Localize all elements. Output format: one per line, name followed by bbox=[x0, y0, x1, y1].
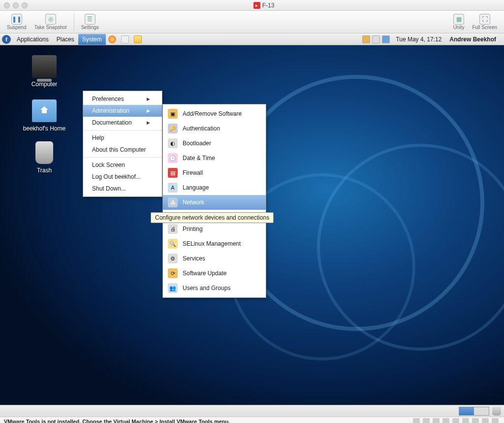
snapshot-button[interactable]: ◎ Take Snapshot bbox=[30, 13, 70, 31]
update-tray-icon[interactable] bbox=[362, 35, 370, 43]
menu-services[interactable]: ⚙Services bbox=[163, 251, 266, 266]
menu-printing[interactable]: 🖨Printing bbox=[163, 222, 266, 236]
zoom-button[interactable] bbox=[22, 2, 28, 8]
desktop-icon-label: beekhof's Home bbox=[20, 125, 69, 132]
menu-label: Users and Groups bbox=[183, 285, 230, 292]
desktop-icon-home[interactable]: beekhof's Home bbox=[20, 99, 69, 132]
menu-network[interactable]: 🖧Network bbox=[163, 195, 266, 210]
menu-help[interactable]: Help bbox=[83, 132, 162, 144]
clock-icon: 🕒 bbox=[168, 153, 178, 163]
system-menu[interactable]: System bbox=[78, 34, 106, 45]
menu-language[interactable]: ALanguage bbox=[163, 180, 266, 195]
workspace-pager[interactable] bbox=[459, 407, 489, 416]
users-icon: 👥 bbox=[168, 283, 178, 293]
fedora-logo-icon: f bbox=[2, 35, 11, 44]
places-menu[interactable]: Places bbox=[53, 34, 78, 45]
menu-logout[interactable]: Log Out beekhof... bbox=[83, 171, 162, 183]
menu-lock[interactable]: Lock Screen bbox=[83, 159, 162, 171]
evolution-launcher[interactable] bbox=[120, 34, 130, 44]
workspace-2[interactable] bbox=[474, 407, 489, 415]
user-menu[interactable]: Andrew Beekhof bbox=[446, 36, 499, 43]
menu-label: Shut Down... bbox=[92, 185, 126, 192]
home-folder-icon bbox=[32, 99, 57, 122]
status-mic-icon[interactable] bbox=[413, 418, 420, 423]
network-tray-icon[interactable] bbox=[382, 35, 390, 43]
notes-launcher[interactable] bbox=[133, 34, 143, 44]
menu-documentation[interactable]: Documentation bbox=[83, 117, 162, 129]
status-usb2-icon[interactable] bbox=[433, 418, 440, 423]
menu-label: Printing bbox=[183, 226, 203, 232]
printer-icon: 🖨 bbox=[168, 224, 178, 234]
menu-label: Software Update bbox=[183, 270, 226, 277]
menu-label: Administration bbox=[92, 107, 129, 114]
network-icon: 🖧 bbox=[168, 197, 178, 207]
workspace-1[interactable] bbox=[459, 407, 474, 415]
suspend-button[interactable]: ❚❚ Suspend bbox=[3, 13, 30, 31]
vmware-status-bar: VMware Tools is not installed. Choose th… bbox=[0, 417, 504, 423]
menu-label: Log Out beekhof... bbox=[92, 173, 141, 180]
trash-icon bbox=[35, 141, 53, 164]
status-display-icon[interactable] bbox=[492, 418, 499, 423]
menu-label: Authentication bbox=[183, 125, 220, 132]
menu-label: Network bbox=[183, 199, 204, 206]
menu-selinux[interactable]: 🔍SELinux Management bbox=[163, 236, 266, 251]
unity-button[interactable]: ▦ Unity bbox=[449, 13, 469, 31]
gnome-top-panel: f Applications Places System Tue May 4, … bbox=[0, 33, 504, 45]
mac-titlebar: ▸ F-13 bbox=[0, 0, 504, 11]
fullscreen-button[interactable]: ⛶ Full Screen bbox=[468, 13, 501, 31]
gnome-bottom-panel bbox=[0, 405, 504, 417]
separator bbox=[74, 13, 74, 31]
fullscreen-icon: ⛶ bbox=[479, 14, 490, 25]
menu-software-update[interactable]: ⟳Software Update bbox=[163, 266, 266, 281]
firefox-icon bbox=[108, 35, 116, 43]
menu-label: Language bbox=[183, 184, 209, 191]
menu-users-groups[interactable]: 👥Users and Groups bbox=[163, 281, 266, 295]
menu-label: Documentation bbox=[92, 119, 132, 126]
status-cd-icon[interactable] bbox=[452, 418, 459, 423]
menu-authentication[interactable]: 🔑Authentication bbox=[163, 121, 266, 136]
firewall-icon: ▤ bbox=[168, 168, 178, 178]
menu-preferences[interactable]: Preferences bbox=[83, 93, 162, 105]
applications-menu[interactable]: Applications bbox=[13, 34, 53, 45]
system-dropdown: Preferences Administration Documentation… bbox=[83, 91, 162, 197]
notes-icon bbox=[134, 35, 142, 43]
status-network-icon[interactable] bbox=[472, 418, 479, 423]
unity-label: Unity bbox=[453, 25, 465, 30]
menu-shutdown[interactable]: Shut Down... bbox=[83, 183, 162, 195]
status-bluetooth-icon[interactable] bbox=[442, 418, 449, 423]
firefox-launcher[interactable] bbox=[107, 34, 117, 44]
suspend-label: Suspend bbox=[7, 25, 26, 30]
status-usb-icon[interactable] bbox=[423, 418, 430, 423]
menu-label: SELinux Management bbox=[183, 240, 241, 247]
menu-label: Bootloader bbox=[183, 140, 211, 147]
update-icon: ⟳ bbox=[168, 268, 178, 278]
fullscreen-label: Full Screen bbox=[472, 25, 497, 30]
menu-about[interactable]: About this Computer bbox=[83, 144, 162, 156]
menu-addremove-software[interactable]: ▣Add/Remove Software bbox=[163, 106, 266, 121]
menu-label: Services bbox=[183, 255, 205, 262]
volume-tray-icon[interactable] bbox=[372, 35, 380, 43]
menu-firewall[interactable]: ▤Firewall bbox=[163, 165, 266, 180]
minimize-button[interactable] bbox=[13, 2, 19, 8]
mail-icon bbox=[121, 35, 129, 43]
menu-administration[interactable]: Administration bbox=[83, 105, 162, 117]
fedora-menu[interactable]: f bbox=[1, 34, 11, 44]
window-controls bbox=[4, 2, 28, 8]
disk-icon: ◐ bbox=[168, 138, 178, 148]
status-sound-icon[interactable] bbox=[482, 418, 489, 423]
close-button[interactable] bbox=[4, 2, 10, 8]
menu-label: About this Computer bbox=[92, 146, 146, 153]
panel-trash-icon[interactable] bbox=[492, 407, 501, 416]
status-hdd-icon[interactable] bbox=[462, 418, 469, 423]
clock[interactable]: Tue May 4, 17:12 bbox=[391, 36, 446, 43]
settings-button[interactable]: ☰ Settings bbox=[77, 13, 103, 31]
settings-label: Settings bbox=[81, 25, 99, 30]
menu-datetime[interactable]: 🕒Date & Time bbox=[163, 151, 266, 165]
menu-bootloader[interactable]: ◐Bootloader bbox=[163, 136, 266, 151]
keys-icon: 🔑 bbox=[168, 124, 178, 133]
desktop-icon-label: Trash bbox=[20, 167, 69, 174]
language-icon: A bbox=[168, 183, 178, 193]
desktop-icon-trash[interactable]: Trash bbox=[20, 141, 69, 174]
desktop-icon-computer[interactable]: Computer bbox=[20, 55, 69, 88]
desktop[interactable]: Computer beekhof's Home Trash Preference… bbox=[0, 45, 504, 405]
